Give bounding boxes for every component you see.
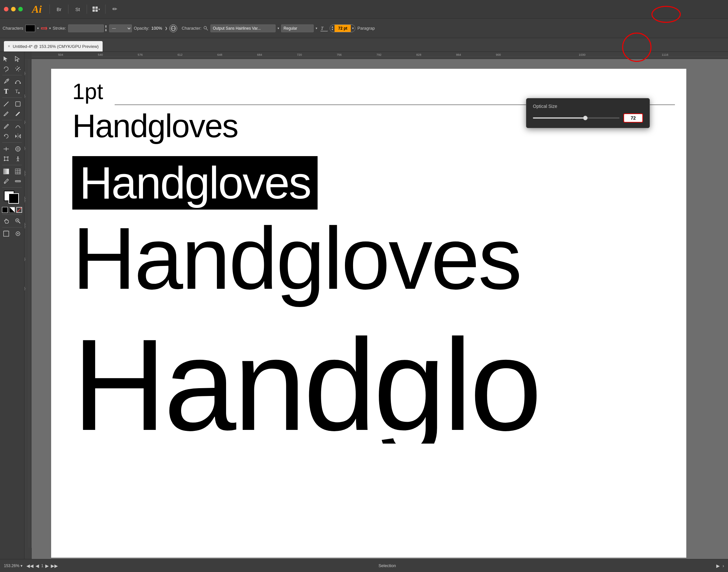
optical-size-title: Optical Size [533,103,643,109]
fill-swatch[interactable] [25,25,35,32]
color-swatches[interactable] [4,191,20,204]
globe-icon[interactable] [169,24,177,32]
svg-rect-25 [16,102,20,106]
smooth-tool[interactable] [12,122,23,131]
blob-brush-tool[interactable] [12,109,23,118]
status-bar: 153.26% ▾ ◀◀ ◀ 1 ▶ ▶▶ Selection ▶ › [0,559,728,572]
pen-tool[interactable] [1,77,12,86]
type-tool[interactable]: T [1,87,12,96]
measure-tool[interactable] [12,176,23,186]
pen-touch-button[interactable]: ✏ [109,5,120,14]
svg-text:864: 864 [456,53,461,56]
toolbar-sep-3 [2,120,22,120]
magic-wand-tool[interactable] [12,64,23,73]
arc-tool[interactable] [12,99,23,109]
toolbar-sep-4 [2,142,22,143]
gradient-tools-row [1,154,23,163]
font-style-dropdown-icon[interactable]: ▾ [316,26,317,30]
hand-tool[interactable] [1,216,12,225]
gradient-color-icon[interactable] [9,207,15,213]
selection-tool[interactable] [1,55,12,64]
horizontal-ruler: 504 540 576 612 648 684 720 756 792 828 … [31,52,728,59]
next-frame-button[interactable]: › [722,563,724,568]
reflect-tool[interactable] [12,132,23,141]
fullscreen-button[interactable] [18,7,23,11]
color-mode-row [2,207,22,213]
svg-rect-35 [5,157,8,160]
font-name-dropdown-icon[interactable]: ▾ [277,26,279,30]
gradient-tool[interactable] [1,167,12,176]
symbol-sprayer-tool[interactable] [12,229,23,238]
next-next-page-button[interactable]: ▶▶ [51,563,58,568]
zoom-dropdown-icon[interactable]: ▾ [20,564,22,568]
close-button[interactable] [4,7,8,11]
nav-tools-row [1,216,23,225]
prev-page-button[interactable]: ◀ [35,563,39,568]
svg-text:5|4: 5|4 [24,146,26,150]
font-size-group: ▲ ▼ 72 pt ▾ [330,24,355,32]
curvature-tool[interactable] [12,77,23,86]
stock-button[interactable]: St [72,5,83,14]
normal-color-icon[interactable] [2,207,8,213]
direct-selection-tool[interactable] [12,55,23,64]
rotate-tool[interactable] [1,132,12,141]
font-size-spinner[interactable]: ▲ ▼ [330,26,334,31]
font-name-input[interactable] [211,24,275,32]
bridge-button[interactable]: Br [54,5,64,14]
minimize-button[interactable] [11,7,16,11]
tab-bar: × Untitled-4* @ 153.26% (CMYK/GPU Previe… [0,38,728,52]
stroke-dropdown-icon[interactable]: ▾ [49,26,51,30]
svg-marker-29 [19,135,20,138]
main-area: T T [0,52,728,559]
svg-marker-11 [15,56,19,62]
text-handgloves-regular: Handgloves [72,107,238,145]
tab-title: Untitled-4* @ 153.26% (CMYK/GPU Preview) [13,44,99,49]
artboard-tool[interactable] [1,229,12,238]
text-handgloves-inverted: Handgloves [79,157,310,208]
play-button[interactable]: ▶ [716,563,720,568]
playback-controls: ▶ › [716,563,724,568]
canvas-area[interactable]: 1pt Handgloves Handgloves Handgloves Han… [31,59,728,559]
stroke-icon [41,25,47,31]
svg-text:648: 648 [217,53,222,56]
type-tools-row: T T [1,87,23,96]
optical-size-thumb[interactable] [583,116,588,120]
font-style-input[interactable] [281,24,314,32]
stroke-value-input[interactable] [68,24,104,32]
fill-dropdown-icon[interactable]: ▾ [37,26,39,30]
separator2 [68,5,68,14]
mesh-tool[interactable] [12,167,23,176]
stroke-spinner[interactable]: ⬆⬇ [104,25,107,32]
font-size-value[interactable]: 72 pt [334,25,351,32]
free-transform-tool[interactable] [1,154,12,163]
optical-size-value-input[interactable]: 72 [624,114,643,123]
prev-prev-page-button[interactable]: ◀◀ [26,563,33,568]
separator4 [105,5,105,14]
font-size-down-icon[interactable]: ▼ [331,28,334,31]
touch-type-tool[interactable]: T [12,87,23,96]
warp-tool[interactable] [12,144,23,153]
no-color-icon[interactable] [16,207,22,213]
paragraph-button[interactable]: Paragrap [357,26,375,30]
width-tool[interactable] [1,144,12,153]
line-segment-tool[interactable] [1,99,12,109]
stroke-style-dropdown[interactable]: — [109,24,132,32]
lasso-tool[interactable] [1,64,12,73]
svg-marker-10 [4,56,7,62]
opacity-expand-icon[interactable]: ❯ [165,26,167,30]
zoom-tool[interactable] [12,216,23,225]
extra-tools-row [1,229,23,238]
eyedropper-tool[interactable] [1,176,12,186]
color-tools-row [1,167,23,176]
puppet-warp-tool[interactable] [12,154,23,163]
tab-close-icon[interactable]: × [8,44,10,49]
svg-point-40 [17,156,18,158]
pencil-tool[interactable] [1,122,12,131]
document-tab[interactable]: × Untitled-4* @ 153.26% (CMYK/GPU Previe… [4,41,103,52]
paintbrush-tool[interactable] [1,109,12,118]
characters-label: Characters [3,26,23,30]
optical-size-slider[interactable] [533,117,620,119]
font-size-expand-icon[interactable]: ▾ [351,26,355,30]
next-page-button[interactable]: ▶ [45,563,49,568]
grid-view-button[interactable]: ▾ [91,5,101,14]
